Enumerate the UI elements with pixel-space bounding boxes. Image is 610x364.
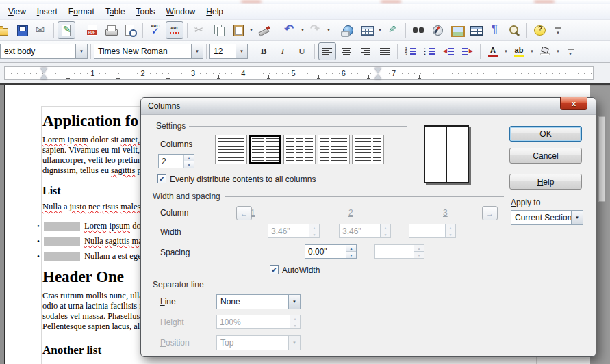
column-presets [215,135,384,164]
formatting-marks-button[interactable] [486,21,504,39]
spin-arrows[interactable]: ▲▼ [346,245,356,258]
width-3-stepper: ▲▼ [409,224,456,238]
toolbar-overflow2-button[interactable] [562,42,580,60]
paste-button[interactable] [229,21,247,39]
redo-dropdown[interactable]: ▼ [325,21,332,39]
chevron-down-icon[interactable]: ▼ [236,44,247,58]
toolbar-overflow-button[interactable] [550,21,568,39]
ok-button[interactable]: OK [509,126,582,142]
spellcheck-button[interactable] [147,21,164,39]
bold-button[interactable]: B [255,42,272,60]
help-button[interactable] [531,21,548,39]
chevron-down-icon[interactable]: ▼ [288,295,300,309]
cancel-button[interactable]: Cancel [509,148,582,164]
zoom-button[interactable] [505,21,523,39]
italic-button[interactable]: I [274,42,292,60]
columns-stepper[interactable]: 2 ▲▼ [158,154,194,168]
undo-dropdown[interactable]: ▼ [299,21,306,39]
align-left-button[interactable] [318,42,336,60]
background-color-dropdown[interactable]: ▼ [555,42,561,60]
menu-window[interactable]: Window [161,5,201,18]
align-left-icon [322,48,332,55]
format-paintbrush-button[interactable] [255,21,273,39]
ruler-right-margin-marker[interactable] [374,68,381,79]
menu-format[interactable]: Format [63,5,100,18]
ruler-half-tick [218,75,219,79]
ruler-half-tick [68,75,68,79]
next-column-button[interactable]: → [482,206,498,220]
justify-button[interactable] [376,42,394,60]
hyperlink-button[interactable] [339,21,357,39]
menu-table[interactable]: Table [100,5,131,18]
insert-table-dropdown[interactable]: ▼ [377,21,383,39]
insert-table-button[interactable] [358,21,376,39]
print-icon [104,23,118,37]
evenly-distribute-checkbox[interactable] [157,174,166,183]
export-pdf-button[interactable] [83,21,101,39]
spin-up-icon: ▲ [290,315,300,322]
ruler-half-tick [419,75,420,79]
preset-two-columns[interactable] [249,135,281,164]
decrease-indent-icon: ◀ [443,47,454,55]
preset-right-narrow[interactable] [352,135,384,164]
spacing-1-stepper[interactable]: 0.00" ▲▼ [305,244,357,259]
autowidth-checkbox[interactable] [270,265,279,274]
menu-tools[interactable]: Tools [131,5,161,18]
vertical-scrollbar[interactable] [598,116,605,202]
decrease-indent-button[interactable]: ◀ [440,42,457,60]
preset-one-column[interactable] [215,135,247,164]
menu-help[interactable]: Help [201,5,229,18]
preset-left-narrow[interactable] [318,135,350,164]
auto-spellcheck-button[interactable] [166,21,183,39]
font-name-combo[interactable]: Times New Roman ▼ [94,44,203,59]
email-button[interactable] [32,21,50,39]
bullet-icon: • [37,252,44,260]
underline-button[interactable]: U [293,42,311,60]
dialog-titlebar[interactable]: Columns x [141,98,596,115]
navigator-button[interactable] [429,21,446,39]
save-icon [15,23,29,37]
edit-file-button[interactable] [58,21,75,39]
data-sources-button[interactable] [467,21,485,39]
menu-insert[interactable]: Insert [31,5,63,18]
doc-paragraph-1: Lorem ipsum dolor sit amet, csapien. Viv… [42,135,146,176]
find-replace-button[interactable] [409,21,427,39]
numbered-list-button[interactable]: 123 [401,42,419,60]
gallery-button[interactable] [448,21,466,39]
toolbar-overflow2-icon [564,44,578,58]
spin-arrows[interactable]: ▲▼ [183,155,194,168]
bullet-list-button[interactable]: ••• [420,42,438,60]
help-button[interactable]: Help [509,174,582,190]
menu-view[interactable]: View [3,5,31,18]
paragraph-style-combo[interactable]: ext body ▼ [0,44,88,59]
align-center-button[interactable] [338,42,355,60]
page-preview-button[interactable] [121,21,139,39]
ruler-left-margin-marker[interactable] [40,68,47,79]
increase-indent-button[interactable]: ▶ [459,42,476,60]
chevron-down-icon[interactable]: ▼ [75,44,87,58]
save-button[interactable] [13,21,31,39]
chevron-down-icon: ▼ [288,336,300,350]
open-button[interactable] [0,21,12,39]
highlighting-dropdown[interactable]: ▼ [529,42,535,60]
apply-to-dropdown[interactable]: Current Section ▼ [511,210,583,225]
preset-three-columns[interactable] [283,135,316,164]
align-right-button[interactable] [357,42,374,60]
print-button[interactable] [102,21,120,39]
line-dropdown[interactable]: None ▼ [216,294,301,309]
paste-dropdown[interactable]: ▼ [248,21,255,39]
chevron-down-icon[interactable]: ▼ [571,211,583,224]
font-size-combo[interactable]: 12 ▼ [209,44,248,59]
previous-column-button[interactable]: ← [236,206,252,220]
copy-button[interactable] [210,21,228,39]
close-button[interactable]: x [560,97,587,110]
font-color-dropdown[interactable]: ▼ [503,42,509,60]
undo-button[interactable] [281,21,298,39]
spin-down-icon: ▼ [381,231,390,237]
highlighting-button[interactable]: ab [510,42,528,60]
font-color-button[interactable]: A [484,42,502,60]
spin-up-icon: ▲ [414,245,424,252]
background-color-button[interactable] [536,42,554,60]
draw-functions-button[interactable] [384,21,402,39]
chevron-down-icon[interactable]: ▼ [191,44,203,58]
